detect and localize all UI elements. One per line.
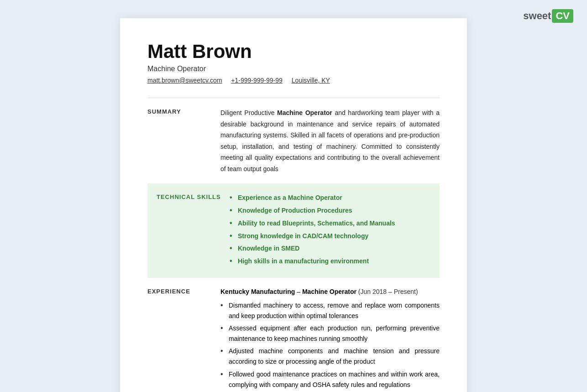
resume-card: Matt Brown Machine Operator matt.brown@s… [120, 18, 467, 392]
list-item: Knowledge in SMED [230, 243, 430, 254]
resume-header: Matt Brown Machine Operator matt.brown@s… [147, 41, 440, 84]
summary-label: SUMMARY [147, 107, 220, 174]
summary-bold: Machine Operator [277, 109, 332, 116]
location-link[interactable]: Louisville, KY [292, 77, 330, 84]
email-link[interactable]: matt.brown@sweetcv.com [147, 77, 222, 84]
list-item: High skills in a manufacturing environme… [230, 256, 430, 267]
summary-section: SUMMARY Diligent Productive Machine Oper… [147, 98, 440, 183]
skills-label: TECHNICAL SKILLS [157, 193, 230, 269]
phone-link[interactable]: +1-999-999-99-99 [231, 77, 282, 84]
list-item: Adjusted machine components and machine … [220, 346, 440, 367]
skills-list: Experience as a Machine Operator Knowled… [230, 193, 430, 267]
job-1-header: Kentucky Manufacturing – Machine Operato… [220, 287, 440, 297]
list-item: Assessed equipment after each production… [220, 323, 440, 344]
job-1-dates: (Jun 2018 – Present) [356, 288, 418, 295]
summary-content: Diligent Productive Machine Operator and… [220, 107, 440, 174]
list-item: Ability to read Blueprints, Schematics, … [230, 218, 430, 229]
contact-info: matt.brown@sweetcv.com +1-999-999-99-99 … [147, 77, 440, 84]
skills-section: TECHNICAL SKILLS Experience as a Machine… [147, 183, 440, 278]
list-item: Followed good maintenance practices on m… [220, 369, 440, 390]
list-item: Knowledge of Production Procedures [230, 205, 430, 216]
candidate-name: Matt Brown [147, 41, 440, 62]
job-1-company: Kentucky Manufacturing [220, 288, 295, 295]
summary-text: Diligent Productive Machine Operator and… [220, 107, 440, 174]
job-1-separator: – [295, 288, 302, 295]
experience-content: Kentucky Manufacturing – Machine Operato… [220, 287, 440, 392]
job-1-bullets: Dismantled machinery to access, remove a… [220, 300, 440, 390]
job-title: Machine Operator [147, 65, 440, 73]
skills-content: Experience as a Machine Operator Knowled… [230, 193, 430, 269]
experience-label: EXPERIENCE [147, 287, 220, 392]
logo-cv-text: CV [552, 9, 573, 23]
logo-sweet-text: sweet [523, 10, 551, 22]
list-item: Experience as a Machine Operator [230, 193, 430, 204]
logo: sweetCV [523, 9, 573, 23]
list-item: Dismantled machinery to access, remove a… [220, 300, 440, 321]
list-item: Strong knowledge in CAD/CAM technology [230, 231, 430, 242]
job-1-role: Machine Operator [302, 288, 356, 295]
experience-section: EXPERIENCE Kentucky Manufacturing – Mach… [147, 278, 440, 392]
